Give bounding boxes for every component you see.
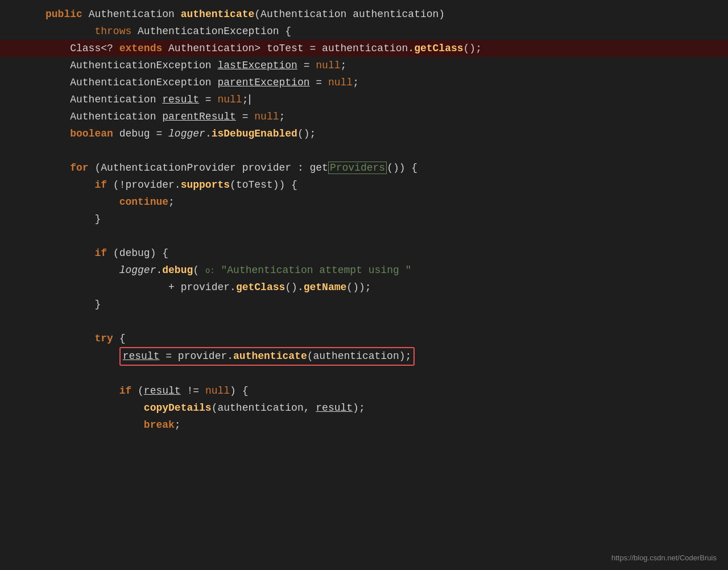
code-text: public Authentication authenticate(Authe… bbox=[34, 6, 717, 23]
code-text: copyDetails(authentication, result); bbox=[34, 400, 717, 416]
code-line bbox=[0, 228, 728, 245]
code-text: if (debug) { bbox=[34, 245, 717, 262]
code-text: try { bbox=[34, 331, 717, 347]
code-text: } bbox=[34, 296, 717, 313]
code-text bbox=[34, 313, 717, 330]
code-line: result = provider.authenticate(authentic… bbox=[0, 347, 728, 366]
code-line: logger.debug( o: "Authentication attempt… bbox=[0, 262, 728, 279]
code-line: if (debug) { bbox=[0, 245, 728, 262]
code-text: + provider.getClass().getName()); bbox=[34, 279, 717, 296]
code-line: if (!provider.supports(toTest)) { bbox=[0, 176, 728, 193]
watermark-text: https://blog.csdn.net/CoderBruis bbox=[611, 552, 717, 564]
code-text: result = provider.authenticate(authentic… bbox=[34, 347, 717, 366]
code-line bbox=[0, 142, 728, 159]
code-text: if (!provider.supports(toTest)) { bbox=[34, 177, 717, 193]
code-text: logger.debug( o: "Authentication attempt… bbox=[34, 262, 717, 279]
highlighted-statement: result = provider.authenticate(authentic… bbox=[119, 347, 415, 366]
code-line: } bbox=[0, 296, 728, 313]
code-line bbox=[0, 313, 728, 330]
code-text: boolean debug = logger.isDebugEnabled(); bbox=[34, 126, 717, 142]
code-line: break; bbox=[0, 417, 728, 434]
code-text: Authentication parentResult = null; bbox=[34, 109, 717, 125]
code-text: if (result != null) { bbox=[34, 383, 717, 399]
code-text: for (AuthenticationProvider provider : g… bbox=[34, 160, 717, 176]
code-line: AuthenticationException parentException … bbox=[0, 74, 728, 91]
code-line: } bbox=[0, 210, 728, 228]
code-line: copyDetails(authentication, result); bbox=[0, 400, 728, 417]
code-line: public Authentication authenticate(Authe… bbox=[0, 6, 728, 23]
code-text: } bbox=[34, 211, 717, 228]
code-line bbox=[0, 366, 728, 383]
code-line: AuthenticationException lastException = … bbox=[0, 57, 728, 74]
code-text: AuthenticationException parentException … bbox=[34, 75, 717, 91]
code-line: Class<? extends Authentication> toTest =… bbox=[0, 40, 728, 57]
code-line: try { bbox=[0, 330, 728, 347]
code-text: Class<? extends Authentication> toTest =… bbox=[34, 40, 717, 57]
code-text: AuthenticationException lastException = … bbox=[34, 57, 717, 74]
code-line: + provider.getClass().getName()); bbox=[0, 279, 728, 296]
code-line: continue; bbox=[0, 193, 728, 210]
code-text: Authentication result = null; bbox=[34, 92, 717, 108]
code-line: boolean debug = logger.isDebugEnabled(); bbox=[0, 125, 728, 142]
code-line: for (AuthenticationProvider provider : g… bbox=[0, 159, 728, 176]
code-line: throws AuthenticationException { bbox=[0, 23, 728, 40]
code-text: throws AuthenticationException { bbox=[34, 23, 717, 40]
code-text bbox=[34, 228, 717, 245]
code-line: Authentication result = null; bbox=[0, 91, 728, 108]
code-editor: public Authentication authenticate(Authe… bbox=[0, 0, 728, 570]
code-text: continue; bbox=[34, 194, 717, 210]
code-text: break; bbox=[34, 417, 717, 433]
code-line: if (result != null) { bbox=[0, 383, 728, 400]
code-line: Authentication parentResult = null; bbox=[0, 108, 728, 125]
code-text bbox=[34, 366, 717, 382]
code-text bbox=[34, 143, 717, 159]
